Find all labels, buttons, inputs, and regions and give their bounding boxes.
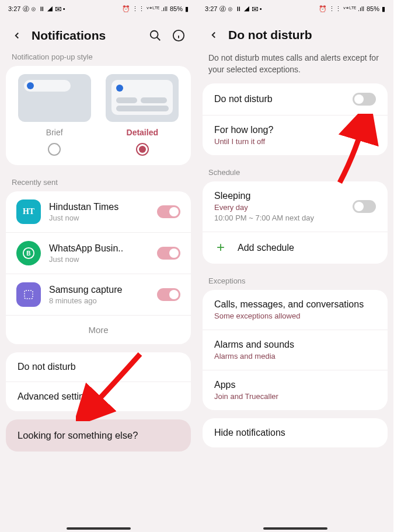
recent-label: Recently sent bbox=[0, 173, 197, 191]
status-icons-left: ⓓ ⊙ ⏸ ◢ ✉ • bbox=[219, 5, 261, 13]
sleeping-row[interactable]: Sleeping Every day 10:00 PM ~ 7:00 AM ne… bbox=[203, 181, 388, 232]
app-row-whatsapp[interactable]: B WhatsApp Busin.. Just now bbox=[6, 232, 191, 274]
calls-row[interactable]: Calls, messages, and conversations Some … bbox=[203, 290, 388, 330]
exceptions-label: Exceptions bbox=[197, 272, 393, 290]
app-row-ht[interactable]: HT Hindustan Times Just now bbox=[6, 191, 191, 232]
toggle-dnd[interactable] bbox=[353, 93, 376, 106]
toggle-samsung[interactable] bbox=[157, 288, 180, 301]
detailed-label: Detailed bbox=[127, 128, 158, 137]
back-icon[interactable] bbox=[11, 29, 23, 42]
toggle-ht[interactable] bbox=[157, 205, 180, 218]
status-time: 3:27 bbox=[205, 5, 217, 12]
app-sub: Just now bbox=[49, 214, 149, 222]
svg-point-0 bbox=[151, 31, 158, 38]
toggle-sleeping[interactable] bbox=[353, 200, 376, 213]
popup-style-card: Brief Detailed bbox=[6, 66, 191, 165]
app-icon-whatsapp: B bbox=[16, 241, 41, 265]
more-button[interactable]: More bbox=[6, 315, 191, 344]
app-icon-samsung bbox=[16, 282, 41, 307]
svg-text:B: B bbox=[26, 250, 30, 257]
battery-icon: ▮ bbox=[382, 5, 385, 13]
status-bar: 3:27 ⓓ ⊙ ⏸ ◢ ✉ • ⏰ ⋮⋮ ᵛᵒᴸᵀᴱ .ıll 85% ▮ bbox=[0, 0, 197, 18]
hide-row[interactable]: Hide notifications bbox=[203, 418, 388, 447]
status-icons-right: ⏰ ⋮⋮ ᵛᵒᴸᵀᴱ .ıll bbox=[122, 5, 168, 13]
page-title: Do not disturb bbox=[228, 28, 383, 42]
dnd-toggle-row[interactable]: Do not disturb bbox=[203, 83, 388, 115]
header: Notifications bbox=[0, 18, 197, 48]
style-brief[interactable]: Brief bbox=[16, 74, 93, 156]
dnd-description: Do not disturb mutes calls and alerts ex… bbox=[197, 47, 393, 83]
radio-brief[interactable] bbox=[48, 143, 61, 156]
looking-title: Looking for something else? bbox=[18, 430, 179, 441]
dnd-main-card: Do not disturb For how long? Until I tur… bbox=[203, 83, 388, 155]
app-icon-ht: HT bbox=[16, 200, 41, 224]
status-battery: 85% bbox=[170, 5, 183, 12]
style-detailed[interactable]: Detailed bbox=[104, 74, 181, 156]
alarms-row[interactable]: Alarms and sounds Alarms and media bbox=[203, 330, 388, 370]
settings-card: Do not disturb Advanced settings bbox=[6, 352, 191, 411]
plus-icon: + bbox=[214, 242, 227, 254]
schedule-label: Schedule bbox=[197, 163, 393, 181]
app-sub: Just now bbox=[49, 255, 149, 264]
brief-label: Brief bbox=[46, 128, 63, 137]
search-icon[interactable] bbox=[148, 28, 163, 43]
screen-notifications: 3:27 ⓓ ⊙ ⏸ ◢ ✉ • ⏰ ⋮⋮ ᵛᵒᴸᵀᴱ .ıll 85% ▮ N… bbox=[0, 0, 197, 532]
status-icons-right: ⏰ ⋮⋮ ᵛᵒᴸᵀᴱ .ıll bbox=[319, 5, 364, 13]
nav-bar[interactable] bbox=[67, 527, 131, 530]
app-sub: 8 minutes ago bbox=[49, 296, 149, 305]
apps-row[interactable]: Apps Join and Truecaller bbox=[203, 370, 388, 410]
advanced-row[interactable]: Advanced settings bbox=[6, 382, 191, 411]
dnd-row[interactable]: Do not disturb bbox=[6, 352, 191, 382]
app-name: WhatsApp Busin.. bbox=[49, 243, 149, 254]
svg-rect-4 bbox=[25, 290, 33, 299]
app-row-samsung[interactable]: Samsung capture 8 minutes ago bbox=[6, 274, 191, 315]
info-icon[interactable] bbox=[171, 28, 186, 43]
status-battery: 85% bbox=[367, 5, 379, 12]
popup-style-label: Notification pop-up style bbox=[0, 48, 197, 66]
radio-detailed[interactable] bbox=[136, 143, 149, 156]
hide-card: Hide notifications bbox=[203, 418, 388, 447]
status-bar: 3:27 ⓓ ⊙ ⏸ ◢ ✉ • ⏰ ⋮⋮ ᵛᵒᴸᵀᴱ .ıll 85% ▮ bbox=[197, 0, 393, 18]
screen-dnd: 3:27 ⓓ ⊙ ⏸ ◢ ✉ • ⏰ ⋮⋮ ᵛᵒᴸᵀᴱ .ıll 85% ▮ D… bbox=[197, 0, 393, 532]
nav-bar[interactable] bbox=[263, 527, 327, 530]
recent-apps-card: HT Hindustan Times Just now B WhatsApp B… bbox=[6, 191, 191, 344]
exceptions-card: Calls, messages, and conversations Some … bbox=[203, 290, 388, 410]
toggle-whatsapp[interactable] bbox=[157, 247, 180, 260]
battery-icon: ▮ bbox=[185, 5, 189, 13]
app-name: Samsung capture bbox=[49, 285, 149, 295]
status-time: 3:27 bbox=[8, 5, 20, 12]
add-schedule-row[interactable]: + Add schedule bbox=[203, 232, 388, 264]
status-icons-left: ⓓ ⊙ ⏸ ◢ ✉ • bbox=[23, 5, 65, 13]
looking-card[interactable]: Looking for something else? bbox=[6, 419, 191, 452]
schedule-card: Sleeping Every day 10:00 PM ~ 7:00 AM ne… bbox=[203, 181, 388, 264]
app-name: Hindustan Times bbox=[49, 202, 149, 212]
back-icon[interactable] bbox=[207, 29, 220, 41]
page-title: Notifications bbox=[32, 29, 140, 43]
header: Do not disturb bbox=[197, 18, 393, 47]
howlong-row[interactable]: For how long? Until I turn it off bbox=[203, 115, 388, 155]
